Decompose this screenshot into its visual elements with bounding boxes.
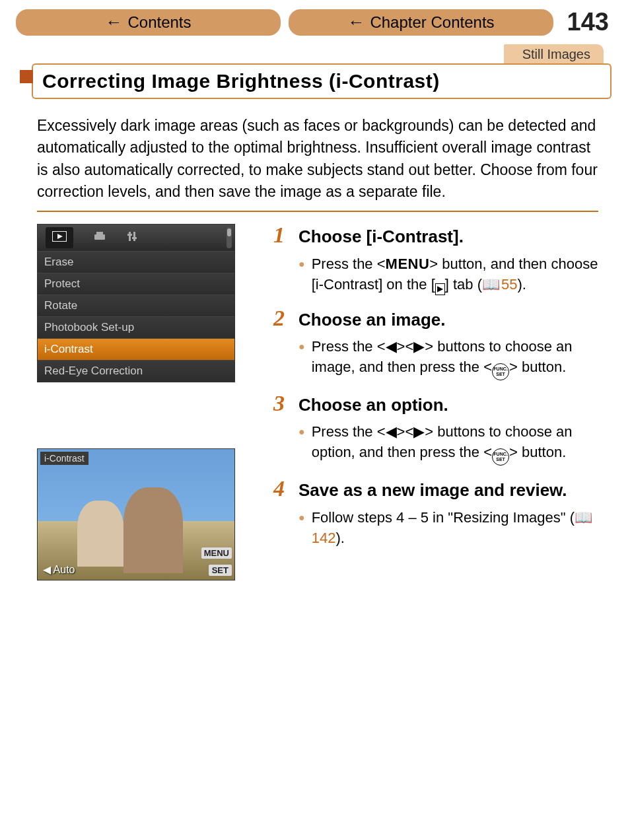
contents-label: Contents — [127, 13, 191, 32]
svg-rect-4 — [129, 232, 131, 241]
left-arrow-icon: ◀ — [386, 338, 397, 355]
chapter-contents-label: Chapter Contents — [370, 13, 494, 32]
book-icon: 📖 — [482, 276, 500, 293]
step-4: 4 Save as a new image and review. Follow… — [273, 477, 604, 548]
left-column: Erase Protect Rotate Photobook Set-up i-… — [37, 224, 255, 580]
step-title: Choose [i-Contrast]. — [298, 226, 464, 248]
menu-item-photobook: Photobook Set-up — [38, 316, 234, 338]
intro-paragraph: Excessively dark image areas (such as fa… — [37, 115, 598, 203]
preview-mode-label: i-Contrast — [40, 452, 88, 465]
menu-item-icontrast: i-Contrast — [38, 338, 234, 360]
step-3: 3 Choose an option. Press the <◀><▶> but… — [273, 392, 604, 466]
preview-subject — [123, 487, 183, 573]
section-divider — [37, 211, 598, 212]
svg-rect-3 — [96, 232, 103, 235]
scrollbar — [227, 227, 232, 248]
step-title: Choose an image. — [298, 309, 446, 331]
page-title: Correcting Image Brightness (i-Contrast) — [32, 63, 612, 99]
book-icon: 📖 — [575, 509, 592, 526]
menu-button-text: MENU — [386, 256, 430, 272]
top-bar: ← Contents ← Chapter Contents 143 — [0, 0, 630, 42]
func-set-icon: FUNC.SET — [492, 448, 509, 466]
func-set-icon: FUNC.SET — [492, 363, 509, 380]
right-arrow-icon: ▶ — [413, 423, 425, 440]
svg-rect-2 — [94, 234, 105, 240]
preview-menu-button: MENU — [201, 547, 232, 559]
step-title: Save as a new image and review. — [298, 479, 567, 501]
svg-marker-1 — [57, 234, 63, 239]
contents-button[interactable]: ← Contents — [16, 9, 281, 36]
title-wrap: Correcting Image Brightness (i-Contrast) — [32, 63, 612, 99]
preview-subject — [77, 501, 123, 567]
camera-tabs — [38, 225, 234, 251]
print-tab-icon — [93, 231, 106, 244]
playback-tab-icon — [46, 227, 73, 248]
page-ref-55[interactable]: 📖55 — [482, 276, 517, 293]
preview-set-button: SET — [209, 565, 232, 576]
menu-item-protect: Protect — [38, 273, 234, 295]
preview-option-label: ◀ Auto — [43, 563, 75, 576]
menu-item-rotate: Rotate — [38, 295, 234, 316]
step-bullet: Press the <◀><▶> buttons to choose an im… — [298, 337, 604, 380]
step-number: 4 — [273, 477, 289, 500]
tag-row: Still Images — [0, 42, 630, 63]
left-arrow-icon: ◀ — [386, 423, 397, 440]
step-number: 2 — [273, 307, 289, 330]
camera-menu-screenshot: Erase Protect Rotate Photobook Set-up i-… — [37, 224, 235, 382]
right-column: 1 Choose [i-Contrast]. Press the <MENU> … — [273, 224, 604, 560]
back-arrow-icon: ← — [105, 12, 122, 32]
step-bullet: Follow steps 4 – 5 in "Resizing Images" … — [298, 508, 604, 549]
setup-tab-icon — [126, 230, 138, 245]
svg-rect-6 — [127, 234, 132, 236]
step-title: Choose an option. — [298, 394, 448, 416]
step-bullet: Press the <MENU> button, and then choose… — [298, 254, 604, 295]
svg-rect-5 — [133, 232, 135, 241]
step-number: 1 — [273, 224, 289, 246]
still-images-tag: Still Images — [504, 44, 604, 63]
main-content: Erase Protect Rotate Photobook Set-up i-… — [0, 224, 630, 600]
step-number: 3 — [273, 392, 289, 415]
step-1: 1 Choose [i-Contrast]. Press the <MENU> … — [273, 224, 604, 295]
menu-item-erase: Erase — [38, 251, 234, 273]
back-arrow-icon: ← — [347, 12, 365, 32]
chapter-contents-button[interactable]: ← Chapter Contents — [289, 9, 553, 36]
step-bullet: Press the <◀><▶> buttons to choose an op… — [298, 422, 604, 466]
playback-icon: ▶ — [435, 283, 445, 295]
step-2: 2 Choose an image. Press the <◀><▶> butt… — [273, 307, 604, 380]
camera-preview-screenshot: i-Contrast ◀ Auto MENU SET — [37, 448, 235, 580]
page-number: 143 — [561, 8, 614, 36]
right-arrow-icon: ▶ — [413, 338, 425, 355]
menu-item-redeye: Red-Eye Correction — [38, 360, 234, 382]
svg-rect-7 — [132, 237, 137, 239]
